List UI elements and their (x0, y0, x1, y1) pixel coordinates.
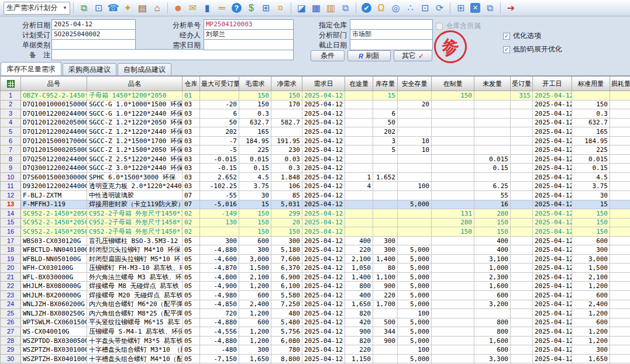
table-cell[interactable] (373, 100, 398, 109)
table-cell[interactable]: 2025-04-12 (533, 345, 572, 355)
table-cell[interactable]: 170 (271, 100, 302, 109)
table-cell[interactable]: 2025-04-12 (302, 118, 345, 127)
table-cell[interactable] (610, 136, 630, 145)
table-cell[interactable]: WNLJZH-BX060200G (21, 300, 87, 309)
table-cell[interactable]: 2025-04-12 (302, 127, 345, 137)
table-cell[interactable]: 2025-04-12 (533, 127, 572, 137)
row-number[interactable]: 22 (1, 282, 21, 291)
row-number[interactable]: 18 (1, 245, 21, 255)
table-cell[interactable]: 106 (271, 182, 302, 191)
table-cell[interactable]: 20 (398, 100, 432, 109)
table-cell[interactable]: 20 (271, 218, 302, 227)
table-cell[interactable]: SPHC 6.0*1500*3000 环保 (87, 172, 183, 182)
table-cell[interactable]: 150 (432, 227, 474, 237)
row-number[interactable]: 17 (1, 236, 21, 245)
row-number[interactable]: 10 (1, 172, 21, 182)
table-row[interactable]: 30WSZPTZH-BX040100G十字槽盘头组合螺钉 M4*10（配05-7… (1, 354, 630, 363)
table-cell[interactable]: 1 (345, 172, 373, 182)
table-cell[interactable]: -4,980 (200, 291, 239, 300)
table-cell[interactable]: 100 (398, 309, 432, 318)
table-cell[interactable]: SC952-2-1450*2050-1 (21, 218, 87, 227)
table-cell[interactable]: 1,200 (572, 336, 610, 345)
table-cell[interactable]: 1.652 (373, 172, 398, 182)
deadline-field[interactable] (350, 39, 433, 50)
row-number[interactable]: 6 (1, 136, 21, 145)
table-cell[interactable]: 5,000 (398, 336, 432, 345)
table-cell[interactable]: 5,000 (398, 354, 432, 363)
table-cell[interactable]: 220 (373, 291, 398, 300)
table-cell[interactable]: 150 (572, 218, 610, 227)
table-cell[interactable]: 05 (183, 327, 200, 337)
table-row[interactable]: 4D7Q1201220020500GSGCC-Z 1.2*1220*2050 环… (1, 118, 630, 127)
table-cell[interactable]: 15 (239, 200, 271, 209)
column-header[interactable]: 开工日 (533, 77, 572, 91)
table-cell[interactable]: 中性透明玻璃胶 (87, 191, 183, 200)
table-cell[interactable]: 十字槽盘头组合螺钉 M3*10 （配 (87, 345, 183, 355)
table-cell[interactable]: 5,000 (398, 264, 432, 273)
table-cell[interactable]: 2025-04-12 (533, 227, 572, 237)
table-cell[interactable]: 0.03 (271, 154, 302, 164)
table-row[interactable]: 25WNLJZH-BX080250G内六角组合螺钉 M8*25（配平弹05720… (1, 309, 630, 318)
table-cell[interactable]: 2025-04-12 (302, 145, 345, 155)
table-cell[interactable]: 2025-04-12 (533, 200, 572, 209)
table-cell[interactable]: 4.5 (239, 172, 271, 182)
table-cell[interactable] (432, 354, 474, 363)
table-cell[interactable] (432, 264, 474, 273)
table-cell[interactable]: 100 (398, 182, 432, 191)
table-cell[interactable]: 1,200 (572, 327, 610, 337)
table-cell[interactable] (345, 136, 373, 145)
table-cell[interactable] (511, 318, 533, 327)
table-cell[interactable]: 900 (373, 282, 398, 291)
table-cell[interactable] (474, 109, 511, 119)
table-cell[interactable]: 0.015 (474, 154, 511, 164)
table-cell[interactable]: 03 (183, 127, 200, 137)
table-cell[interactable]: SGCC-Z 1.2*1500*1700 环保大光 (87, 136, 183, 145)
table-cell[interactable]: 2025-04-12 (533, 172, 572, 182)
table-cell[interactable] (345, 145, 373, 155)
table-cell[interactable]: -0.15 (200, 164, 239, 173)
table-cell[interactable] (474, 118, 511, 127)
table-cell[interactable]: 1,600 (474, 336, 511, 345)
row-number[interactable]: 19 (1, 254, 21, 264)
table-cell[interactable] (432, 191, 474, 200)
lock-key-icon[interactable]: ✦ (121, 2, 135, 15)
bell-icon[interactable]: Ω (374, 2, 388, 15)
table-cell[interactable]: 3.75 (572, 182, 610, 191)
table-cell[interactable] (373, 309, 398, 318)
table-cell[interactable]: WBS03-CX030120G (21, 236, 87, 245)
table-cell[interactable]: 300 (572, 245, 610, 255)
table-row[interactable]: 14SC952-2-1450*2050-1C952-2子母箱 外形尺寸1450*… (1, 209, 630, 219)
table-cell[interactable]: WPTSWLM-CX060150G (21, 318, 87, 327)
table-cell[interactable]: 02 (183, 218, 200, 227)
table-cell[interactable] (432, 154, 474, 164)
table-cell[interactable] (511, 136, 533, 145)
table-cell[interactable]: D7Q2501220024400G (21, 154, 87, 164)
table-cell[interactable]: 1,600 (474, 282, 511, 291)
table-cell[interactable]: 600 (239, 291, 271, 300)
table-cell[interactable] (610, 127, 630, 137)
table-cell[interactable]: 632.7 (572, 118, 610, 127)
row-number[interactable]: 25 (1, 309, 21, 318)
row-number[interactable]: 24 (1, 300, 21, 309)
table-cell[interactable]: 平头竖纹拉铆螺母 M6*15 易车 (87, 318, 183, 327)
table-cell[interactable]: 03 (183, 154, 200, 164)
table-cell[interactable]: 03 (183, 109, 200, 119)
table-cell[interactable] (511, 272, 533, 282)
row-number[interactable]: 27 (1, 327, 21, 337)
table-cell[interactable]: 165 (572, 127, 610, 137)
table-cell[interactable]: 1,050 (345, 264, 373, 273)
table-cell[interactable]: 03 (183, 118, 200, 127)
row-number[interactable]: 29 (1, 345, 21, 355)
table-cell[interactable]: 131 (432, 209, 474, 219)
sitemap-icon[interactable]: ∴ (403, 2, 418, 15)
table-cell[interactable] (432, 182, 474, 191)
table-cell[interactable]: C952-2子母箱 外形尺寸1450*12 (87, 227, 183, 237)
table-cell[interactable]: 2025-04-12 (533, 282, 572, 291)
table-cell[interactable]: 5 (373, 145, 398, 155)
table-cell[interactable]: 05 (183, 354, 200, 363)
table-cell[interactable]: -4,900 (200, 282, 239, 291)
table-cell[interactable]: 2025-04-12 (533, 327, 572, 337)
table-cell[interactable]: SC952-2-1450*2050-1 (21, 209, 87, 219)
table-cell[interactable] (474, 91, 511, 100)
table-cell[interactable]: -4,880 (200, 318, 239, 327)
